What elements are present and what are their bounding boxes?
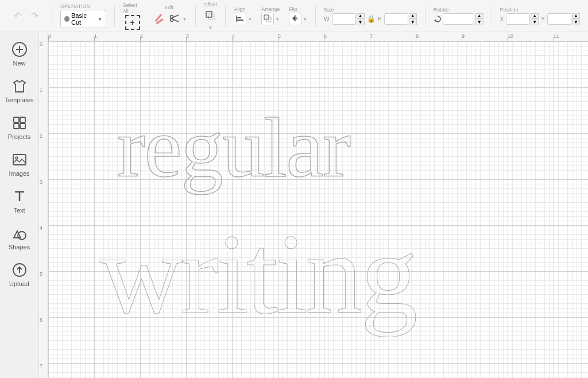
- rotate-label: Rotate: [434, 7, 449, 13]
- position-x-input[interactable]: [506, 13, 530, 25]
- rotate-group: Rotate ▲ ▼: [430, 7, 487, 25]
- separator-3: [195, 6, 196, 26]
- size-h-stepper: ▲ ▼: [409, 13, 417, 25]
- ruler-h-tick-line-8: [416, 37, 416, 41]
- size-w-input[interactable]: [332, 13, 356, 25]
- plus-circle-icon: [11, 41, 28, 57]
- rotate-input[interactable]: [443, 13, 474, 25]
- sidebar-item-shapes-label: Shapes: [9, 244, 30, 250]
- offset-button[interactable]: [203, 9, 217, 24]
- svg-rect-21: [20, 117, 25, 122]
- position-y-input[interactable]: [547, 13, 571, 25]
- sidebar-item-images-label: Images: [9, 170, 29, 177]
- size-h-down[interactable]: ▼: [409, 20, 417, 25]
- svg-point-25: [16, 157, 18, 159]
- ruler-v-mark-5: 5: [40, 271, 42, 277]
- rotate-stepper: ▲ ▼: [475, 13, 483, 25]
- arrange-icon: [264, 14, 272, 22]
- align-group: Align ▼: [230, 6, 256, 25]
- operation-dropdown[interactable]: Basic Cut ▼: [60, 10, 106, 28]
- edit-pencil-button[interactable]: [152, 11, 165, 27]
- arrange-group: Arrange ▼: [258, 6, 283, 25]
- ruler-v-mark-3: 3: [40, 179, 42, 185]
- arrange-button[interactable]: [261, 13, 274, 25]
- align-left-icon: [236, 15, 244, 23]
- image-icon: [11, 152, 28, 168]
- position-x-stepper: ▲ ▼: [531, 13, 539, 25]
- position-y-up[interactable]: ▲: [572, 13, 580, 19]
- flip-arrow: ▼: [303, 17, 307, 22]
- ruler-v-mark-6: 6: [40, 317, 42, 323]
- position-x-down[interactable]: ▼: [531, 20, 539, 25]
- sidebar-item-projects[interactable]: Projects: [2, 110, 37, 145]
- ruler-v-mark-0: 0: [40, 41, 42, 47]
- sidebar-item-images[interactable]: Images: [2, 147, 37, 182]
- offset-arrow: ▼: [208, 25, 212, 30]
- separator-2: [114, 6, 115, 26]
- position-y-label: Y: [541, 16, 545, 22]
- position-x-up[interactable]: ▲: [531, 13, 539, 19]
- edit-scissors-button[interactable]: [167, 11, 181, 27]
- operation-label: Operation: [60, 3, 90, 9]
- undo-redo-group: ↶ ↷: [5, 8, 47, 24]
- position-y-field: ▲ ▼: [547, 13, 580, 25]
- position-y-stepper: ▲ ▼: [572, 13, 580, 25]
- canvas-body: 01234567 regular writing: [39, 41, 588, 378]
- ruler-h-tick-line-9: [462, 37, 462, 41]
- undo-button[interactable]: ↶: [9, 8, 25, 24]
- ruler-h-tick-line-10: [508, 37, 508, 41]
- scissors-icon: [168, 13, 180, 24]
- redo-button[interactable]: ↷: [26, 8, 42, 24]
- rotate-up[interactable]: ▲: [475, 13, 483, 19]
- sidebar-item-upload[interactable]: Upload: [2, 257, 37, 292]
- sidebar-item-shapes[interactable]: Shapes: [2, 221, 37, 255]
- operation-value: Basic Cut: [71, 12, 96, 26]
- edit-group: Edit ▼: [148, 5, 191, 27]
- size-h-input[interactable]: [384, 13, 408, 25]
- position-y-down[interactable]: ▼: [572, 20, 580, 25]
- svg-rect-7: [208, 14, 214, 20]
- ruler-v-mark-4: 4: [40, 225, 42, 231]
- align-button[interactable]: [234, 13, 246, 25]
- ruler-h-inner: 0123456789101112: [48, 32, 588, 41]
- text-t-icon: [11, 188, 28, 205]
- arrange-arrow: ▼: [275, 17, 280, 22]
- ruler-h-tick-line-1: [94, 37, 95, 41]
- ruler-h-mark-10: 10: [508, 33, 513, 39]
- sidebar: New Templates Projects: [0, 32, 39, 378]
- main-content: New Templates Projects: [0, 32, 588, 378]
- toolbar: ↶ ↷ Operation Basic Cut ▼ Select All + E…: [0, 0, 588, 32]
- ruler-h-tick-line-4: [232, 37, 233, 41]
- rotate-down[interactable]: ▼: [475, 20, 483, 25]
- svg-rect-8: [237, 17, 241, 18]
- size-h-up[interactable]: ▲: [409, 13, 417, 19]
- size-label: Size: [324, 7, 334, 13]
- sidebar-item-text-label: Text: [13, 207, 25, 214]
- operation-dropdown-arrow: ▼: [98, 17, 102, 22]
- align-label: Align: [234, 6, 245, 12]
- size-w-down[interactable]: ▼: [357, 20, 365, 25]
- select-all-button[interactable]: +: [125, 15, 140, 30]
- flip-button[interactable]: [289, 13, 301, 25]
- separator-4: [225, 6, 226, 26]
- sidebar-item-text[interactable]: Text: [2, 184, 37, 218]
- separator-5: [315, 6, 316, 26]
- ruler-h-tick-line-6: [324, 37, 324, 41]
- flip-icon: [291, 14, 299, 22]
- flip-group: Flip ▼: [285, 6, 311, 25]
- sidebar-item-templates[interactable]: Templates: [2, 74, 37, 108]
- sidebar-item-templates-label: Templates: [5, 97, 33, 103]
- size-lock-icon[interactable]: 🔒: [367, 15, 376, 23]
- rotate-field: ▲ ▼: [434, 13, 483, 25]
- position-fields: X ▲ ▼ Y ▲ ▼: [500, 13, 580, 25]
- size-w-up[interactable]: ▲: [357, 13, 365, 19]
- sidebar-item-new[interactable]: New: [2, 37, 37, 71]
- ruler-h-tick-line-5: [278, 37, 278, 41]
- svg-line-5: [173, 20, 179, 22]
- svg-marker-13: [292, 16, 295, 21]
- sidebar-item-new-label: New: [13, 60, 25, 67]
- sidebar-item-upload-label: Upload: [9, 280, 29, 287]
- svg-rect-6: [206, 11, 212, 17]
- canvas[interactable]: regular writing: [48, 41, 588, 378]
- shapes-icon: [11, 225, 28, 241]
